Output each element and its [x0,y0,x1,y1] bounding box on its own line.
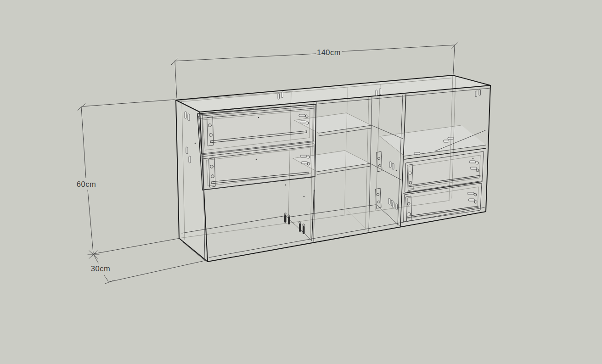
cabinet-faces [176,75,490,262]
extension-line [82,100,174,106]
hook-fitting [376,90,377,96]
height-dimension-label: 60cm [77,180,96,188]
depth-dimension-label: 30cm [91,264,110,273]
hook-fitting [479,90,481,95]
hook-fitting [475,91,477,97]
hook-fitting [281,92,283,98]
hook-fitting [379,89,381,95]
extension-line [94,238,180,254]
hook-fitting [278,93,280,99]
dimension-height: 60cm [77,100,180,254]
width-dimension-label: 140cm [317,48,341,56]
extension-line [109,260,207,282]
dimension-depth: 30cm [88,251,207,284]
dimension-tick [171,58,178,65]
wireframe-drawing: 140cm 60cm 30cm [0,0,602,364]
extension-line [453,46,455,74]
drawing-canvas: 140cm 60cm 30cm [0,0,602,364]
extension-line [175,62,177,98]
